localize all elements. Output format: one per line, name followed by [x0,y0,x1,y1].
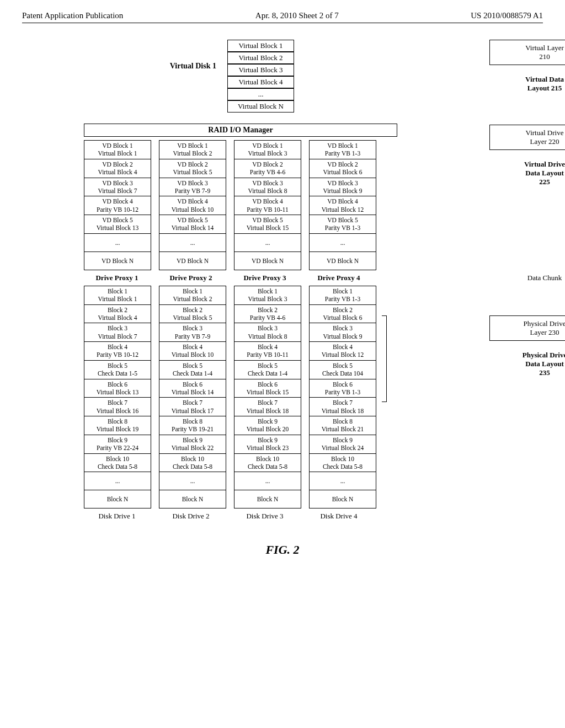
block-cell: ... [234,472,301,490]
figure-diagram: Virtual Layer 210 Virtual Data Layout 21… [84,40,481,521]
block-cell: Block 7Virtual Block 16 [84,398,151,416]
disk-drive-label: Disk Drive 3 [232,512,298,521]
block-cell: ... [234,234,301,252]
block-cell: Block 6Virtual Block 13 [84,379,151,398]
block-cell: Block 2Virtual Block 4 [84,305,151,324]
block-cell: VD Block N [234,252,301,270]
block-cell: Block 7Virtual Block 18 [310,398,376,416]
drive-proxy-label: Drive Proxy 3 [232,274,298,282]
virtual-disk-table: Virtual Block 1Virtual Block 2Virtual Bl… [227,40,294,113]
block-cell: VD Block 3Virtual Block 9 [310,178,376,197]
physical-drive-col-1: Block 1Virtual Block 1Block 2Virtual Blo… [84,286,151,509]
block-cell: Block 4Virtual Block 10 [159,342,226,361]
drive-proxy-label: Drive Proxy 4 [306,274,372,282]
block-cell: VD Block 5Virtual Block 14 [159,215,226,234]
block-cell: VD Block 2Parity VB 4-6 [234,159,301,178]
block-cell: Block 2Virtual Block 6 [310,305,376,324]
block-cell: VD Block 3Virtual Block 7 [84,178,151,197]
block-cell: Block N [159,490,226,508]
block-cell: Block 8Virtual Block 21 [310,416,376,435]
block-cell: Block 9Parity VB 22-24 [84,435,151,454]
virtual-block-cell: ... [228,88,294,100]
block-cell: VD Block 5Virtual Block 13 [84,215,151,234]
block-cell: ... [84,472,151,490]
disk-drive-label: Disk Drive 4 [306,512,372,521]
block-cell: Block 8Virtual Block 19 [84,416,151,435]
header-left: Patent Application Publication [22,11,123,20]
virtual-drive-col-3: VD Block 1Virtual Block 3VD Block 2Parit… [234,140,301,270]
block-cell: Block 2Parity VB 4-6 [234,305,301,324]
block-cell: Block 3Parity VB 7-9 [159,323,226,342]
physical-drive-col-2: Block 1Virtual Block 2Block 2Virtual Blo… [159,286,226,509]
physical-drive-col-3: Block 1Virtual Block 3Block 2Parity VB 4… [234,286,301,509]
drive-proxy-row: Drive Proxy 1Drive Proxy 2Drive Proxy 3D… [84,274,393,282]
block-cell: Block 10Check Data 5-8 [84,454,151,473]
virtual-block-cell: Virtual Block N [228,100,294,113]
side-labels: Virtual Layer 210 Virtual Data Layout 21… [489,40,565,393]
physical-drive-layer-box: Physical Drive Layer 230 [489,315,565,341]
block-cell: Block 3Virtual Block 8 [234,323,301,342]
virtual-data-layout-label: Virtual Data Layout 215 [489,75,565,93]
virtual-drive-layer-box: Virtual Drive Layer 220 [489,125,565,150]
block-cell: VD Block 3Parity VB 7-9 [159,178,226,197]
data-chunk-bracket [382,315,387,402]
virtual-block-cell: Virtual Block 3 [228,64,294,76]
block-cell: Block 6Virtual Block 14 [159,379,226,398]
block-cell: Block 5Check Data 1-4 [159,361,226,379]
physical-drive-columns: Block 1Virtual Block 1Block 2Virtual Blo… [84,286,393,509]
virtual-drive-col-2: VD Block 1Virtual Block 2VD Block 2Virtu… [159,140,226,270]
block-cell: VD Block 1Virtual Block 3 [234,141,301,159]
drive-proxy-label: Drive Proxy 2 [158,274,224,282]
block-cell: Block 5Check Data 104 [310,361,376,379]
block-cell: VD Block 1Parity VB 1-3 [310,141,376,159]
virtual-drive-col-1: VD Block 1Virtual Block 1VD Block 2Virtu… [84,140,151,270]
block-cell: ... [310,234,376,252]
block-cell: Block 3Virtual Block 7 [84,323,151,342]
block-cell: VD Block N [159,252,226,270]
block-cell: Block 7Virtual Block 18 [234,398,301,416]
block-cell: Block 8Parity VB 19-21 [159,416,226,435]
data-chunk-label: Data Chunk [489,274,565,282]
block-cell: Block 1Virtual Block 3 [234,286,301,305]
block-cell: Block 6Parity VB 1-3 [310,379,376,398]
block-cell: Block 1Parity VB 1-3 [310,286,376,305]
header-center: Apr. 8, 2010 Sheet 2 of 7 [255,11,339,20]
figure-caption: FIG. 2 [22,543,543,557]
virtual-block-cell: Virtual Block 4 [228,76,294,88]
block-cell: VD Block 4Virtual Block 12 [310,196,376,215]
block-cell: Block 9Virtual Block 23 [234,435,301,454]
virtual-drive-data-layout-label: Virtual Drive Data Layout 225 [489,160,565,186]
block-cell: Block 9Virtual Block 22 [159,435,226,454]
block-cell: VD Block 1Virtual Block 1 [84,141,151,159]
block-cell: Block 5Check Data 1-4 [234,361,301,379]
block-cell: ... [159,234,226,252]
block-cell: Block N [234,490,301,508]
disk-drive-label: Disk Drive 2 [158,512,224,521]
virtual-block-cell: Virtual Block 1 [228,40,294,52]
block-cell: Block 10Check Data 5-8 [310,454,376,473]
block-cell: Block 5Check Data 1-5 [84,361,151,379]
block-cell: ... [159,472,226,490]
block-cell: ... [84,234,151,252]
raid-io-manager: RAID I/O Manager [84,124,397,137]
virtual-disk-section: Virtual Disk 1 Virtual Block 1Virtual Bl… [84,40,481,113]
block-cell: VD Block 5Parity VB 1-3 [310,215,376,234]
disk-drive-row: Disk Drive 1Disk Drive 2Disk Drive 3Disk… [84,512,393,521]
virtual-disk-label: Virtual Disk 1 [84,40,227,71]
block-cell: Block 4Virtual Block 12 [310,342,376,361]
block-cell: Block N [84,490,151,508]
block-cell: VD Block N [310,252,376,270]
physical-drive-col-4: Block 1Parity VB 1-3Block 2Virtual Block… [309,286,376,509]
disk-drive-label: Disk Drive 1 [84,512,150,521]
drive-proxy-label: Drive Proxy 1 [84,274,150,282]
block-cell: Block 9Virtual Block 20 [234,416,301,435]
block-cell: VD Block 2Virtual Block 6 [310,159,376,178]
virtual-layer-box: Virtual Layer 210 [489,40,565,65]
block-cell: VD Block 4Parity VB 10-11 [234,196,301,215]
block-cell: Block 6Virtual Block 15 [234,379,301,398]
block-cell: Block N [310,490,376,508]
block-cell: Block 10Check Data 5-8 [159,454,226,473]
page-header: Patent Application Publication Apr. 8, 2… [22,11,543,23]
virtual-drive-col-4: VD Block 1Parity VB 1-3VD Block 2Virtual… [309,140,376,270]
block-cell: Block 1Virtual Block 1 [84,286,151,305]
